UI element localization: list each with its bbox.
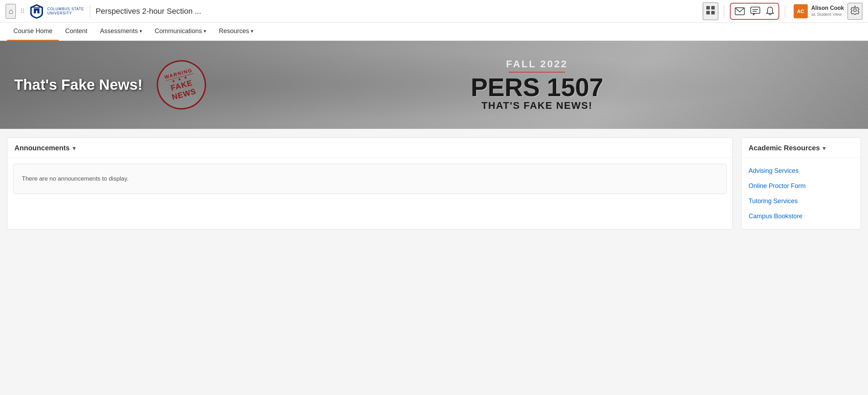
svg-point-12	[854, 9, 856, 12]
nav-course-home[interactable]: Course Home	[7, 23, 59, 41]
announcements-empty-text: There are no announcements to display.	[22, 175, 129, 182]
divider-3	[785, 5, 785, 18]
secondary-navigation: Course Home Content Assessments ▾ Commun…	[0, 23, 868, 41]
announcements-panel: Announcements ▾ There are no announcemen…	[7, 137, 733, 230]
resources-link-bookstore[interactable]: Campus Bookstore	[749, 209, 854, 224]
resources-header: Academic Resources ▾	[742, 138, 861, 158]
hero-course-code: PERS 1507	[220, 75, 854, 100]
hero-divider-line	[509, 72, 565, 73]
hero-course-subtitle: THAT'S FAKE NEWS!	[220, 100, 854, 111]
avatar: AC	[794, 4, 808, 18]
fake-news-stamp: WARNING ★ ★ ★ FAKE NEWS	[151, 55, 211, 115]
university-logo[interactable]: COLUMBUS STATE UNIVERSITY	[29, 4, 84, 19]
chat-icon	[750, 7, 760, 16]
university-name: COLUMBUS STATE UNIVERSITY	[47, 7, 84, 15]
main-content: Announcements ▾ There are no announcemen…	[0, 129, 868, 238]
bell-icon	[766, 6, 774, 16]
mail-button[interactable]	[733, 6, 746, 17]
user-name: Alison Cook	[811, 5, 844, 12]
chat-button[interactable]	[749, 5, 762, 17]
hero-fall-label: FALL 2022	[220, 58, 854, 70]
user-role: as Student View	[811, 12, 844, 18]
svg-rect-9	[751, 7, 760, 13]
settings-button[interactable]	[848, 3, 862, 20]
communications-caret: ▾	[204, 28, 206, 34]
bell-button[interactable]	[764, 5, 776, 18]
grid-button[interactable]	[703, 2, 718, 20]
resources-caret: ▾	[251, 28, 253, 34]
grid-icon	[706, 5, 715, 15]
nav-resources[interactable]: Resources ▾	[212, 23, 260, 41]
resources-link-tutoring[interactable]: Tutoring Services	[749, 194, 854, 208]
hero-left-text: That's Fake News!	[14, 76, 143, 93]
course-title: Perspectives 2-hour Section ...	[96, 7, 699, 16]
assessments-caret: ▾	[140, 28, 142, 34]
svg-rect-4	[706, 6, 710, 10]
announcements-title: Announcements	[14, 144, 70, 152]
nav-communications[interactable]: Communications ▾	[148, 23, 212, 41]
divider-2	[724, 5, 724, 18]
svg-rect-2	[34, 8, 39, 11]
divider-1	[90, 5, 90, 18]
resources-title: Academic Resources	[749, 144, 820, 152]
svg-rect-5	[711, 6, 715, 10]
resources-toggle[interactable]: ▾	[823, 144, 826, 152]
user-area: AC Alison Cook as Student View	[794, 3, 862, 20]
resources-link-proctor[interactable]: Online Proctor Form	[749, 179, 854, 193]
announcements-header: Announcements ▾	[7, 138, 732, 158]
university-shield-icon	[29, 4, 44, 19]
svg-rect-7	[711, 11, 715, 14]
hero-content: That's Fake News! WARNING ★ ★ ★ FAKE NEW…	[0, 58, 868, 111]
resources-links-list: Advising Services Online Proctor Form Tu…	[742, 158, 861, 229]
home-button[interactable]: ⌂	[6, 4, 16, 19]
nav-content[interactable]: Content	[59, 23, 94, 41]
resources-link-advising[interactable]: Advising Services	[749, 164, 854, 178]
announcements-empty-box: There are no announcements to display.	[13, 164, 727, 194]
mail-icon	[735, 7, 745, 15]
hero-right-content: FALL 2022 PERS 1507 THAT'S FAKE NEWS!	[220, 58, 854, 111]
svg-rect-3	[33, 7, 40, 8]
academic-resources-panel: Academic Resources ▾ Advising Services O…	[741, 137, 861, 230]
user-info: Alison Cook as Student View	[811, 5, 844, 17]
hero-banner: That's Fake News! WARNING ★ ★ ★ FAKE NEW…	[0, 41, 868, 129]
svg-rect-6	[706, 11, 710, 14]
top-navigation-bar: ⌂ ⠿ COLUMBUS STATE UNIVERSITY Perspectiv…	[0, 0, 868, 23]
nav-assessments[interactable]: Assessments ▾	[94, 23, 148, 41]
notification-icon-group	[730, 3, 779, 20]
drag-handle: ⠿	[20, 7, 25, 15]
announcements-toggle[interactable]: ▾	[73, 144, 76, 152]
gear-icon	[850, 6, 860, 15]
